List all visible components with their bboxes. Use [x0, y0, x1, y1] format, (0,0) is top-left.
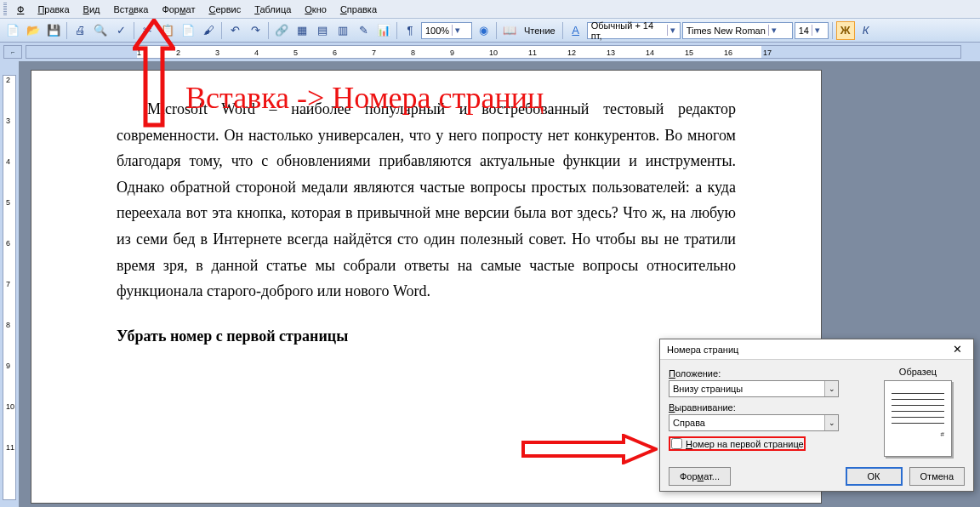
ruler-corner[interactable]: ⌐: [3, 45, 22, 59]
sample-label: Образец: [899, 367, 937, 377]
brush-button[interactable]: 🖌: [199, 21, 218, 40]
reading-label[interactable]: Чтение: [521, 26, 559, 36]
table-button[interactable]: ▦: [293, 21, 311, 40]
toolbar-grip[interactable]: [3, 3, 7, 16]
align-label: Выравнивание:: [669, 402, 863, 413]
cancel-button[interactable]: Отмена: [909, 467, 965, 486]
annotation-arrow-up: [133, 19, 175, 129]
font-value: Times New Roman: [687, 26, 766, 36]
page-numbers-dialog: Номера страниц ✕ Положение: Внизу страни…: [659, 339, 974, 492]
menu-window[interactable]: Окно: [298, 3, 333, 16]
menu-insert[interactable]: Вставка: [106, 3, 155, 16]
dropdown-icon: ⌄: [824, 381, 838, 396]
redo-button[interactable]: ↷: [246, 21, 265, 40]
menu-bar: Ф Правка Вид Вставка Формат Сервис Табли…: [0, 0, 980, 19]
dropdown-icon: ▾: [768, 25, 779, 36]
vertical-ruler[interactable]: 234567891011: [3, 75, 16, 500]
show-button[interactable]: ¶: [401, 21, 419, 40]
ok-button[interactable]: ОК: [846, 467, 903, 486]
save-button[interactable]: 💾: [44, 21, 63, 40]
zoom-combo[interactable]: 100% ▾: [421, 22, 472, 39]
first-page-checkbox[interactable]: [671, 438, 682, 449]
size-combo[interactable]: 14 ▾: [795, 22, 829, 39]
font-combo[interactable]: Times New Roman ▾: [682, 22, 793, 39]
bold-button[interactable]: Ж: [836, 21, 855, 40]
new-doc-button[interactable]: 📄: [3, 21, 22, 40]
preview-box: #: [884, 380, 952, 457]
dropdown-icon: ▾: [452, 25, 463, 36]
menu-help[interactable]: Справка: [333, 3, 384, 16]
document-body: Microsoft Word – наиболее популярный и в…: [117, 96, 736, 349]
vertical-ruler-container: 234567891011: [0, 61, 19, 507]
open-button[interactable]: 📂: [24, 21, 43, 40]
menu-file[interactable]: Ф: [10, 3, 31, 16]
columns-button[interactable]: ▥: [333, 21, 352, 40]
zoom-value: 100%: [425, 26, 449, 36]
align-combo[interactable]: Справа ⌄: [669, 414, 839, 431]
menu-service[interactable]: Сервис: [202, 3, 248, 16]
italic-button[interactable]: К: [857, 21, 875, 40]
heading-1: Убрать номер с первой страницы: [117, 323, 736, 350]
spell-button[interactable]: ✓: [111, 21, 130, 40]
print-button[interactable]: 🖨: [71, 21, 89, 40]
menu-format[interactable]: Формат: [155, 3, 202, 16]
position-label: Положение:: [669, 368, 863, 379]
format-button[interactable]: Формат...: [669, 467, 731, 486]
first-page-checkbox-label[interactable]: Номер на первой странице: [669, 436, 806, 451]
style-a-icon[interactable]: A: [567, 21, 585, 40]
link-button[interactable]: 🔗: [272, 21, 291, 40]
excel-button[interactable]: ▤: [313, 21, 332, 40]
position-value: Внизу страницы: [673, 384, 743, 394]
dropdown-icon: ▾: [667, 25, 678, 36]
drawing-button[interactable]: ✎: [354, 21, 373, 40]
dialog-title-text: Номера страниц: [667, 345, 738, 355]
dropdown-icon: ▾: [812, 25, 823, 36]
annotation-text: Вставка -> Номера страниц: [185, 80, 544, 116]
dialog-titlebar[interactable]: Номера страниц ✕: [660, 339, 973, 360]
preview-button[interactable]: 🔍: [91, 21, 110, 40]
annotation-arrow-right: [521, 434, 658, 464]
dialog-close-button[interactable]: ✕: [944, 341, 970, 358]
paste-button[interactable]: 📄: [179, 21, 197, 40]
menu-view[interactable]: Вид: [77, 3, 107, 16]
style-combo[interactable]: Обычный + 14 пт, ▾: [587, 22, 681, 39]
paragraph-1: Microsoft Word – наиболее популярный и в…: [117, 96, 736, 305]
size-value: 14: [799, 26, 809, 36]
help-button[interactable]: ◉: [474, 21, 493, 40]
align-value: Справа: [673, 418, 705, 428]
first-page-checkbox-text: Номер на первой странице: [686, 439, 804, 449]
menu-table[interactable]: Таблица: [248, 3, 298, 16]
dropdown-icon: ⌄: [824, 415, 838, 430]
undo-button[interactable]: ↶: [225, 21, 244, 40]
style-value: Обычный + 14 пт,: [591, 20, 664, 41]
chart-button[interactable]: 📊: [374, 21, 393, 40]
menu-edit[interactable]: Правка: [31, 3, 76, 16]
position-combo[interactable]: Внизу страницы ⌄: [669, 380, 839, 397]
book-icon[interactable]: 📖: [500, 21, 519, 40]
